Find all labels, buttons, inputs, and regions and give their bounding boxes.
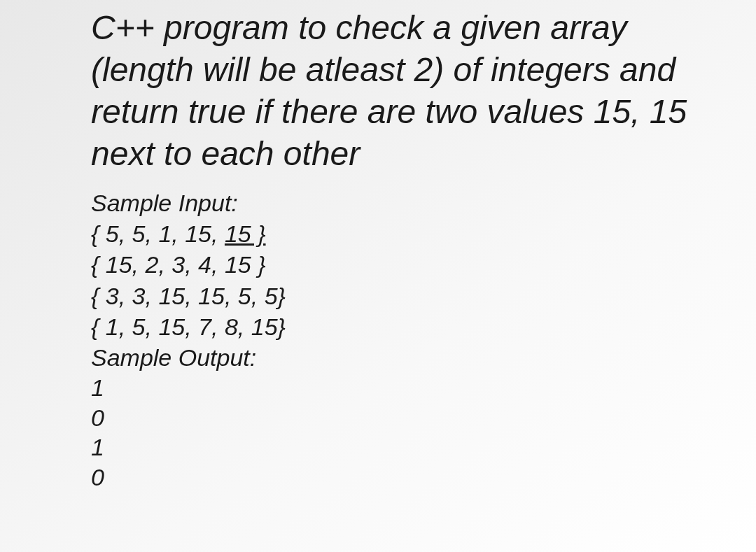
sample-output-line: 0: [91, 462, 735, 493]
sample-output-line: 0: [91, 403, 735, 433]
problem-title: C++ program to check a given array (leng…: [91, 7, 735, 175]
input-underlined: 15 }: [225, 220, 266, 247]
sample-output-line: 1: [91, 373, 735, 403]
sample-input-line: { 1, 5, 15, 7, 8, 15}: [91, 311, 735, 342]
sample-output-label: Sample Output:: [91, 342, 735, 373]
input-text: { 3, 3, 15, 15, 5, 5}: [91, 283, 286, 309]
input-text: { 1, 5, 15, 7, 8, 15}: [91, 313, 286, 340]
sample-input-line: { 15, 2, 3, 4, 15 }: [91, 249, 735, 280]
input-text: { 15, 2, 3, 4, 15 }: [91, 251, 266, 278]
sample-input-label: Sample Input:: [91, 187, 735, 218]
sample-input-line: { 3, 3, 15, 15, 5, 5}: [91, 281, 735, 311]
sample-output-line: 1: [91, 432, 735, 462]
input-text: { 5, 5, 1, 15,: [91, 220, 225, 247]
sample-input-line: { 5, 5, 1, 15, 15 }: [91, 218, 735, 249]
